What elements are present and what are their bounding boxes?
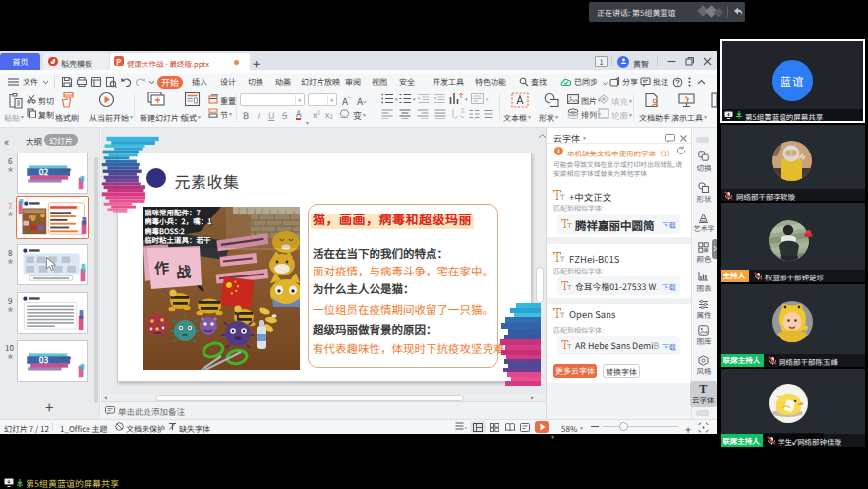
svg-text:02: 02 <box>39 165 49 177</box>
svg-text:作: 作 <box>153 257 169 278</box>
svg-text:03: 03 <box>39 353 49 365</box>
svg-text:战: 战 <box>175 261 191 282</box>
